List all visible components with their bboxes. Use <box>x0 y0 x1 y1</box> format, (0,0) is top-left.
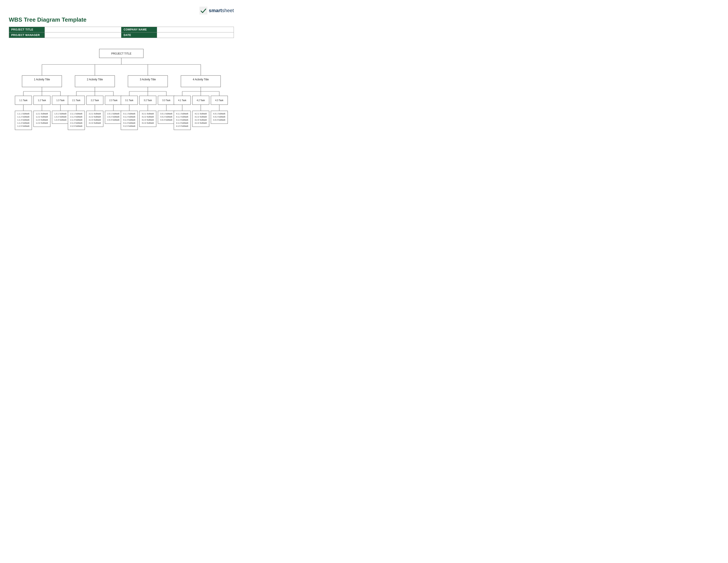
info-table: PROJECT TITLE COMPANY NAME PROJECT MANAG… <box>9 27 234 38</box>
svg-text:2.1.3 Subtask: 2.1.3 Subtask <box>70 119 83 121</box>
svg-text:2.3.1 Subtask: 2.3.1 Subtask <box>107 113 120 115</box>
project-title-value[interactable] <box>45 27 121 32</box>
svg-text:3.1.2 Subtask: 3.1.2 Subtask <box>123 116 135 118</box>
logo-area: smartsheet <box>9 7 234 15</box>
svg-text:4.2 Task: 4.2 Task <box>197 99 205 102</box>
svg-rect-71 <box>128 75 168 87</box>
svg-text:3.2 Task: 3.2 Task <box>144 99 152 102</box>
date-value[interactable] <box>157 32 234 38</box>
logo-text: smartsheet <box>209 8 234 13</box>
svg-text:4.2.3 Subtask: 4.2.3 Subtask <box>195 119 207 121</box>
svg-rect-0 <box>199 7 207 15</box>
svg-text:2.2.3 Subtask: 2.2.3 Subtask <box>89 119 101 121</box>
company-name-value[interactable] <box>157 27 234 32</box>
svg-text:3.3.1 Subtask: 3.3.1 Subtask <box>160 113 173 115</box>
project-manager-label: PROJECT MANAGER <box>9 32 45 38</box>
project-title-label: PROJECT TITLE <box>9 27 45 32</box>
svg-text:2 Activity Title: 2 Activity Title <box>87 78 103 81</box>
svg-text:2.2.4 Subtask: 2.2.4 Subtask <box>89 122 101 124</box>
company-name-label: COMPANY NAME <box>121 27 157 32</box>
svg-text:2.1.4 Subtask: 2.1.4 Subtask <box>70 122 83 124</box>
svg-text:3.2.4 Subtask: 3.2.4 Subtask <box>142 122 154 124</box>
svg-text:4.3.1 Subtask: 4.3.1 Subtask <box>213 113 225 115</box>
svg-text:1.3 Task: 1.3 Task <box>56 99 65 102</box>
svg-text:1.2.2 Subtask: 1.2.2 Subtask <box>36 116 48 118</box>
svg-text:4.1.1 Subtask: 4.1.1 Subtask <box>176 113 188 115</box>
svg-text:PROJECT TITLE: PROJECT TITLE <box>111 52 131 55</box>
svg-text:3.2.3 Subtask: 3.2.3 Subtask <box>142 119 154 121</box>
svg-text:4.2.1 Subtask: 4.2.1 Subtask <box>195 113 207 115</box>
svg-text:3.3.2 Subtask: 3.3.2 Subtask <box>160 116 173 118</box>
svg-text:4.3.2 Subtask: 4.3.2 Subtask <box>213 116 225 118</box>
svg-text:3.1.3 Subtask: 3.1.3 Subtask <box>123 119 135 121</box>
svg-text:2.2 Task: 2.2 Task <box>91 99 99 102</box>
svg-text:3.1.4 Subtask: 3.1.4 Subtask <box>123 122 135 124</box>
svg-text:2.1.1 Subtask: 2.1.1 Subtask <box>70 113 83 115</box>
logo: smartsheet <box>199 7 234 15</box>
svg-text:1.2.1 Subtask: 1.2.1 Subtask <box>36 113 48 115</box>
svg-text:4.1.5 Subtask: 4.1.5 Subtask <box>176 125 188 127</box>
svg-text:4.2.2 Subtask: 4.2.2 Subtask <box>195 116 207 118</box>
svg-text:1.1.5 Subtask: 1.1.5 Subtask <box>17 125 30 127</box>
svg-text:2.2.2 Subtask: 2.2.2 Subtask <box>89 116 101 118</box>
svg-text:3.3 Task: 3.3 Task <box>162 99 171 102</box>
svg-text:3.2.2 Subtask: 3.2.2 Subtask <box>142 116 154 118</box>
svg-text:3.1.1 Subtask: 3.1.1 Subtask <box>123 113 135 115</box>
svg-text:3.3.3 Subtask: 3.3.3 Subtask <box>160 119 173 121</box>
svg-text:4.1.3 Subtask: 4.1.3 Subtask <box>176 119 188 121</box>
svg-text:4.1.4 Subtask: 4.1.4 Subtask <box>176 122 188 124</box>
svg-text:3.1 Task: 3.1 Task <box>125 99 133 102</box>
svg-text:2.2.1 Subtask: 2.2.1 Subtask <box>89 113 101 115</box>
logo-smart: smart <box>209 8 222 13</box>
svg-text:3.2.1 Subtask: 3.2.1 Subtask <box>142 113 154 115</box>
svg-text:1.3.2 Subtask: 1.3.2 Subtask <box>54 116 67 118</box>
svg-text:1.1 Task: 1.1 Task <box>19 99 28 102</box>
svg-text:1.2.4 Subtask: 1.2.4 Subtask <box>36 122 48 124</box>
svg-text:1.2.3 Subtask: 1.2.3 Subtask <box>36 119 48 121</box>
svg-text:2.3 Task: 2.3 Task <box>109 99 118 102</box>
svg-rect-9 <box>22 75 62 87</box>
svg-text:2.1.5 Subtask: 2.1.5 Subtask <box>70 125 83 127</box>
svg-text:2.1 Task: 2.1 Task <box>72 99 81 102</box>
svg-text:1.3.1 Subtask: 1.3.1 Subtask <box>54 113 67 115</box>
date-label: DATE <box>121 32 157 38</box>
svg-text:4.2.4 Subtask: 4.2.4 Subtask <box>195 122 207 124</box>
svg-text:1 Activity Title: 1 Activity Title <box>34 78 50 81</box>
svg-text:1.3.3 Subtask: 1.3.3 Subtask <box>54 119 67 121</box>
page-title: WBS Tree Diagram Template <box>9 16 234 23</box>
svg-text:3.1.5 Subtask: 3.1.5 Subtask <box>123 125 135 127</box>
svg-text:1.2 Task: 1.2 Task <box>38 99 46 102</box>
svg-text:1.1.1 Subtask: 1.1.1 Subtask <box>17 113 30 115</box>
svg-text:4.3.3 Subtask: 4.3.3 Subtask <box>213 119 225 121</box>
svg-rect-102 <box>181 75 221 87</box>
svg-text:2.3.3 Subtask: 2.3.3 Subtask <box>107 119 120 121</box>
svg-text:1.1.3 Subtask: 1.1.3 Subtask <box>17 119 30 121</box>
wbs-diagram: PROJECT TITLE1 Activity Title1.1 Task1.1… <box>9 45 234 143</box>
svg-text:2.3.2 Subtask: 2.3.2 Subtask <box>107 116 120 118</box>
svg-text:4.1.2 Subtask: 4.1.2 Subtask <box>176 116 188 118</box>
svg-text:1.1.4 Subtask: 1.1.4 Subtask <box>17 122 30 124</box>
project-manager-value[interactable] <box>45 32 121 38</box>
svg-text:2.1.2 Subtask: 2.1.2 Subtask <box>70 116 83 118</box>
logo-sheet: sheet <box>222 8 234 13</box>
svg-text:4.1 Task: 4.1 Task <box>178 99 186 102</box>
wbs-tree-svg: PROJECT TITLE1 Activity Title1.1 Task1.1… <box>9 45 234 142</box>
svg-text:4 Activity Title: 4 Activity Title <box>193 78 209 81</box>
svg-text:3 Activity Title: 3 Activity Title <box>140 78 156 81</box>
svg-text:1.1.2 Subtask: 1.1.2 Subtask <box>17 116 30 118</box>
smartsheet-logo-icon <box>199 7 207 15</box>
svg-rect-40 <box>75 75 115 87</box>
svg-text:4.3 Task: 4.3 Task <box>215 99 223 102</box>
